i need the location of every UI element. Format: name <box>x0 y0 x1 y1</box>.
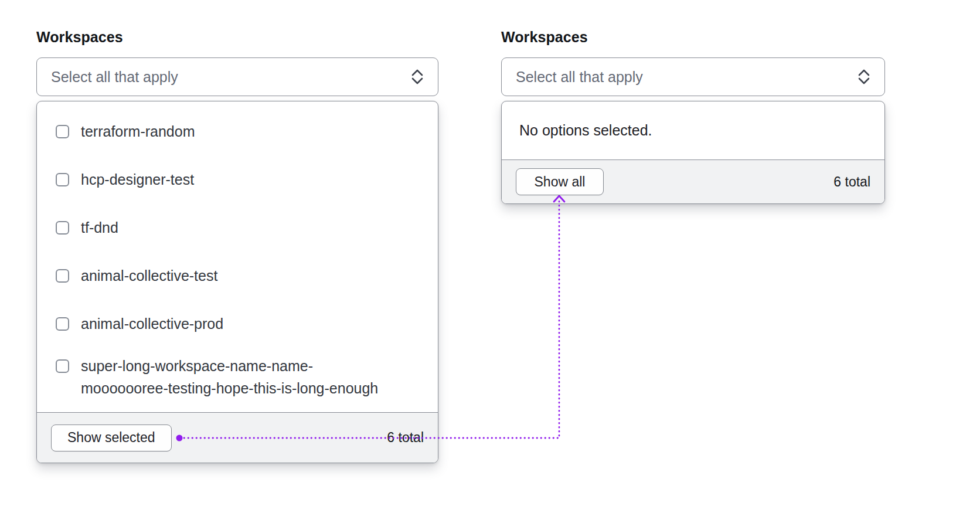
option-row[interactable]: hcp-designer-test <box>37 155 438 203</box>
option-checkbox[interactable] <box>56 125 69 138</box>
option-checkbox[interactable] <box>56 359 69 373</box>
chevron-up-down-icon <box>410 68 425 86</box>
option-checkbox[interactable] <box>56 173 69 186</box>
option-row[interactable]: animal-collective-prod <box>37 300 438 348</box>
option-label: tf-dnd <box>81 216 118 239</box>
multiselect-trigger-right[interactable]: Select all that apply <box>501 57 885 96</box>
show-all-button[interactable]: Show all <box>516 168 604 195</box>
workspaces-label-left: Workspaces <box>36 29 123 46</box>
option-row[interactable]: animal-collective-test <box>37 252 438 300</box>
option-label: hcp-designer-test <box>81 168 194 191</box>
option-label: super-long-workspace-name-name-moooooore… <box>81 355 392 399</box>
option-checkbox[interactable] <box>56 317 69 331</box>
empty-message: No options selected. <box>502 101 884 159</box>
option-checkbox[interactable] <box>56 269 69 283</box>
listbox-footer: Show selected 6 total <box>37 412 438 463</box>
option-row[interactable]: terraform-random <box>37 107 438 155</box>
option-label: animal-collective-test <box>81 264 217 287</box>
option-label: animal-collective-prod <box>81 313 223 335</box>
option-label: terraform-random <box>81 120 195 142</box>
listbox-footer: Show all 6 total <box>502 159 884 203</box>
show-selected-button[interactable]: Show selected <box>51 424 172 451</box>
multiselect-trigger-left[interactable]: Select all that apply <box>36 57 438 96</box>
trigger-placeholder: Select all that apply <box>516 69 643 86</box>
total-count: 6 total <box>387 430 424 446</box>
options-listbox: terraform-random hcp-designer-test tf-dn… <box>37 101 438 412</box>
chevron-up-down-icon <box>856 68 872 86</box>
dropdown-empty-card: No options selected. Show all 6 total <box>501 101 885 204</box>
trigger-placeholder: Select all that apply <box>51 69 178 86</box>
workspaces-label-right: Workspaces <box>501 29 588 46</box>
option-checkbox[interactable] <box>56 221 69 235</box>
option-row[interactable]: tf-dnd <box>37 203 438 252</box>
option-row[interactable]: super-long-workspace-name-name-moooooore… <box>37 348 438 399</box>
dropdown-listbox-card: terraform-random hcp-designer-test tf-dn… <box>36 101 438 463</box>
total-count: 6 total <box>833 174 870 190</box>
